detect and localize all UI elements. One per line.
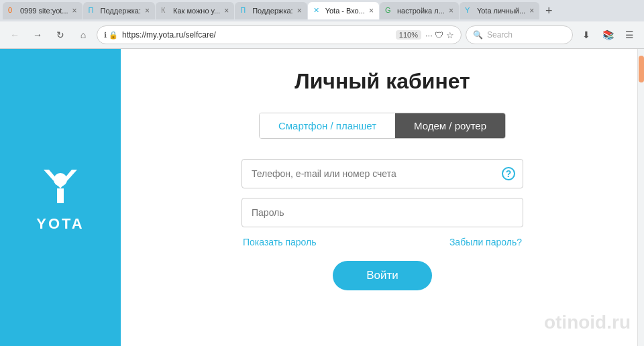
secure-icon: ℹ 🔒 <box>104 31 118 40</box>
tab-6-close[interactable]: × <box>449 6 453 15</box>
tab-1-favicon: 0 <box>8 6 17 15</box>
yota-logo-icon <box>37 163 84 210</box>
password-input-wrapper <box>241 198 523 227</box>
search-icon: 🔍 <box>473 30 483 40</box>
bookmarks-button[interactable]: 📚 <box>598 25 617 44</box>
page-title: Личный кабинет <box>294 69 470 94</box>
main-area: Личный кабинет Смартфон / планшет Модем … <box>121 49 644 346</box>
tab-2-favicon: П <box>89 6 98 15</box>
tab-3-close[interactable]: × <box>224 6 229 15</box>
form-links: Показать пароль Забыли пароль? <box>241 237 523 247</box>
toolbar-actions: ⬇ 📚 ☰ <box>577 25 639 44</box>
tab-5-close[interactable]: × <box>369 6 374 15</box>
page-content: YOTA Личный кабинет Смартфон / планшет М… <box>0 49 644 346</box>
tab-1-close[interactable]: × <box>72 6 77 15</box>
tab-2-close[interactable]: × <box>145 6 150 15</box>
tab-bar: 0 0999 site:yot... × П Поддержка: × К Ка… <box>0 0 644 21</box>
tab-2-label: Поддержка: <box>101 7 141 15</box>
phone-input[interactable] <box>241 159 523 188</box>
tab-1-label: 0999 site:yot... <box>20 7 68 15</box>
home-button[interactable]: ⌂ <box>74 25 93 44</box>
tab-smartphone[interactable]: Смартфон / планшет <box>260 113 395 138</box>
login-form: ? Показать пароль Забыли пароль? Войти <box>241 159 523 290</box>
download-button[interactable]: ⬇ <box>577 25 596 44</box>
back-button[interactable]: ← <box>5 25 24 44</box>
tab-6[interactable]: G настройка л... × <box>380 2 459 19</box>
tab-4-favicon: П <box>240 6 250 15</box>
tab-7[interactable]: Y Yota личный... × <box>460 2 539 19</box>
forgot-password-link[interactable]: Забыли пароль? <box>449 237 522 247</box>
tab-3[interactable]: К Как можно у... × <box>156 2 234 19</box>
tab-4-close[interactable]: × <box>297 6 302 15</box>
zoom-level: 110% <box>396 30 421 40</box>
scrollbar-thumb[interactable] <box>639 56 644 82</box>
tab-7-label: Yota личный... <box>477 7 525 15</box>
tab-6-favicon: G <box>385 6 394 15</box>
search-bar[interactable]: 🔍 Search <box>466 25 573 44</box>
search-placeholder: Search <box>487 30 513 40</box>
new-tab-button[interactable]: + <box>540 2 557 19</box>
login-button[interactable]: Войти <box>333 261 432 290</box>
help-icon[interactable]: ? <box>502 167 515 180</box>
extensions-button[interactable]: ☰ <box>620 25 639 44</box>
url-text: https://my.yota.ru/selfcare/ <box>122 30 392 40</box>
tab-5[interactable]: ✕ Yota - Вхо... × <box>308 2 379 19</box>
tab-3-favicon: К <box>161 6 170 15</box>
tab-5-favicon: ✕ <box>313 6 323 15</box>
tab-modem[interactable]: Модем / роутер <box>395 113 505 138</box>
tab-2[interactable]: П Поддержка: × <box>83 2 155 19</box>
tab-6-label: настройка л... <box>397 7 445 15</box>
forward-button[interactable]: → <box>28 25 47 44</box>
password-input[interactable] <box>241 198 523 227</box>
yota-sidebar: YOTA <box>0 49 121 346</box>
tab-7-favicon: Y <box>465 6 474 15</box>
device-tabs: Смартфон / планшет Модем / роутер <box>259 113 506 139</box>
tab-4[interactable]: П Поддержка: × <box>235 2 307 19</box>
tab-1[interactable]: 0 0999 site:yot... × <box>3 2 83 19</box>
tab-4-label: Поддержка: <box>252 7 292 15</box>
show-password-link[interactable]: Показать пароль <box>243 237 317 247</box>
url-bar[interactable]: ℹ 🔒 https://my.yota.ru/selfcare/ 110% ··… <box>97 25 462 44</box>
reload-button[interactable]: ↻ <box>51 25 70 44</box>
address-bar: ← → ↻ ⌂ ℹ 🔒 https://my.yota.ru/selfcare/… <box>0 21 644 48</box>
phone-input-wrapper: ? <box>241 159 523 188</box>
tab-3-label: Как можно у... <box>173 7 220 15</box>
tab-5-label: Yota - Вхо... <box>325 7 365 15</box>
tab-7-close[interactable]: × <box>529 6 534 15</box>
yota-brand-text: YOTA <box>36 215 84 233</box>
scrollbar[interactable] <box>637 49 644 346</box>
url-actions: ··· 🛡 ☆ <box>425 30 454 40</box>
svg-point-0 <box>54 173 67 186</box>
